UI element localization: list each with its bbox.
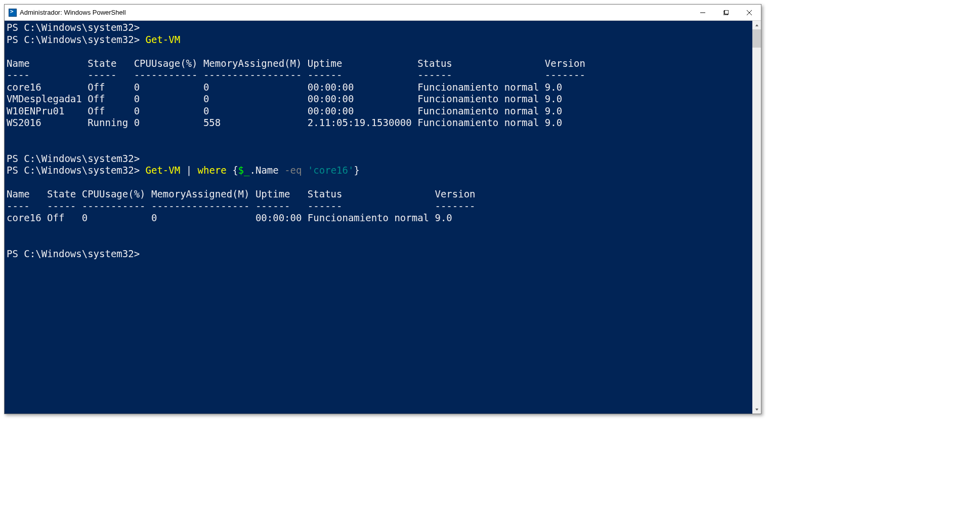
scrollbar-thumb[interactable] xyxy=(752,29,761,48)
terminal-output[interactable]: PS C:\Windows\system32> PS C:\Windows\sy… xyxy=(5,21,752,414)
maximize-button[interactable] xyxy=(714,5,738,20)
window-title: Administrador: Windows PowerShell xyxy=(20,9,691,16)
scroll-down-button[interactable] xyxy=(752,405,761,414)
powershell-icon xyxy=(9,9,17,17)
svg-marker-6 xyxy=(755,24,758,26)
svg-rect-2 xyxy=(725,10,729,14)
window-controls xyxy=(691,5,761,20)
scrollbar-track[interactable] xyxy=(752,29,761,405)
close-button[interactable] xyxy=(738,5,761,20)
svg-marker-7 xyxy=(755,409,758,411)
scroll-up-button[interactable] xyxy=(752,21,761,29)
window-body: PS C:\Windows\system32> PS C:\Windows\sy… xyxy=(5,21,761,414)
minimize-button[interactable] xyxy=(691,5,714,20)
vertical-scrollbar[interactable] xyxy=(752,21,761,414)
powershell-window: Administrador: Windows PowerShell PS C:\… xyxy=(4,4,761,414)
titlebar[interactable]: Administrador: Windows PowerShell xyxy=(5,5,761,21)
